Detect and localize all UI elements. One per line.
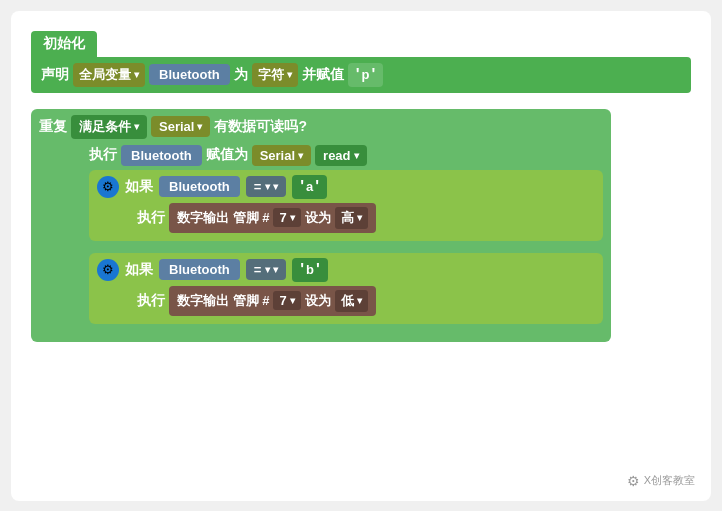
watermark-text: X创客教室 [644, 473, 695, 488]
pin-dropdown-2[interactable]: 7 [273, 291, 300, 310]
init-section: 初始化 声明 全局变量 Bluetooth 为 字符 并赋值 ' p ' [31, 31, 691, 93]
pin-dropdown-1[interactable]: 7 [273, 208, 300, 227]
watermark-icon: ⚙ [627, 473, 640, 489]
serial2-dropdown[interactable]: Serial [252, 145, 311, 166]
init-label: 初始化 [31, 31, 97, 57]
value-a-block: ' a ' [292, 175, 327, 199]
repeat-header: 重复 满足条件 Serial 有数据可读吗? [39, 115, 603, 139]
bluetooth-var-assign: Bluetooth [121, 145, 202, 166]
execute-label-2: 执行 [137, 209, 165, 227]
gear-icon-1[interactable]: ⚙ [97, 176, 119, 198]
eq-dropdown-2[interactable]: ▾ [265, 264, 278, 275]
bluetooth-var-init: Bluetooth [149, 64, 230, 85]
repeat-label: 重复 [39, 118, 67, 136]
execute-digital-row-2: 执行 数字输出 管脚 # 7 设为 低 [137, 286, 595, 316]
init-row: 声明 全局变量 Bluetooth 为 字符 并赋值 ' p ' [31, 57, 691, 93]
value-b-block: ' b ' [292, 258, 328, 282]
execute-digital-row-1: 执行 数字输出 管脚 # 7 设为 高 [137, 203, 595, 233]
eq-dropdown-1[interactable]: ▾ [265, 181, 278, 192]
as-text: 为 [234, 66, 248, 84]
if-container-1: ⚙ 如果 Bluetooth = ▾ ' a ' [89, 170, 603, 241]
digital-block-2: 数字输出 管脚 # 7 设为 低 [169, 286, 376, 316]
value-string-p: ' p ' [348, 63, 384, 87]
type-dropdown[interactable]: 字符 [252, 63, 298, 87]
condition-dropdown[interactable]: 满足条件 [71, 115, 147, 139]
serial-dropdown[interactable]: Serial [151, 116, 210, 137]
repeat-body: 执行 Bluetooth 赋值为 Serial read ⚙ 如果 Blueto… [39, 145, 603, 332]
eq-block-1: = ▾ [246, 176, 287, 197]
assign-as-label: 赋值为 [206, 146, 248, 164]
if-label-1: 如果 [125, 178, 153, 196]
eq-block-2: = ▾ [246, 259, 287, 280]
canvas: 初始化 声明 全局变量 Bluetooth 为 字符 并赋值 ' p ' 重复 … [11, 11, 711, 501]
if-body-1: 执行 数字输出 管脚 # 7 设为 高 [97, 203, 595, 233]
execute-label-1: 执行 [89, 146, 117, 164]
bluetooth-cond-1: Bluetooth [159, 176, 240, 197]
declare-label: 声明 [41, 66, 69, 84]
if-header-2: ⚙ 如果 Bluetooth = ▾ ' b ' [97, 258, 595, 282]
has-data-label: 有数据可读吗? [214, 118, 307, 136]
level-dropdown-2[interactable]: 低 [335, 290, 368, 312]
if-container-2: ⚙ 如果 Bluetooth = ▾ ' b ' 执行 [89, 253, 603, 324]
execute-label-3: 执行 [137, 292, 165, 310]
digital-block-1: 数字输出 管脚 # 7 设为 高 [169, 203, 376, 233]
global-var-dropdown[interactable]: 全局变量 [73, 63, 145, 87]
execute-assign-row: 执行 Bluetooth 赋值为 Serial read [89, 145, 603, 166]
repeat-container: 重复 满足条件 Serial 有数据可读吗? 执行 Bluetooth 赋值为 … [31, 109, 611, 342]
bluetooth-cond-2: Bluetooth [159, 259, 240, 280]
if-label-2: 如果 [125, 261, 153, 279]
gear-icon-2[interactable]: ⚙ [97, 259, 119, 281]
read-dropdown[interactable]: read [315, 145, 366, 166]
level-dropdown-1[interactable]: 高 [335, 207, 368, 229]
if-body-2: 执行 数字输出 管脚 # 7 设为 低 [97, 286, 595, 316]
assign-text: 并赋值 [302, 66, 344, 84]
watermark: ⚙ X创客教室 [627, 473, 695, 489]
if-header-1: ⚙ 如果 Bluetooth = ▾ ' a ' [97, 175, 595, 199]
